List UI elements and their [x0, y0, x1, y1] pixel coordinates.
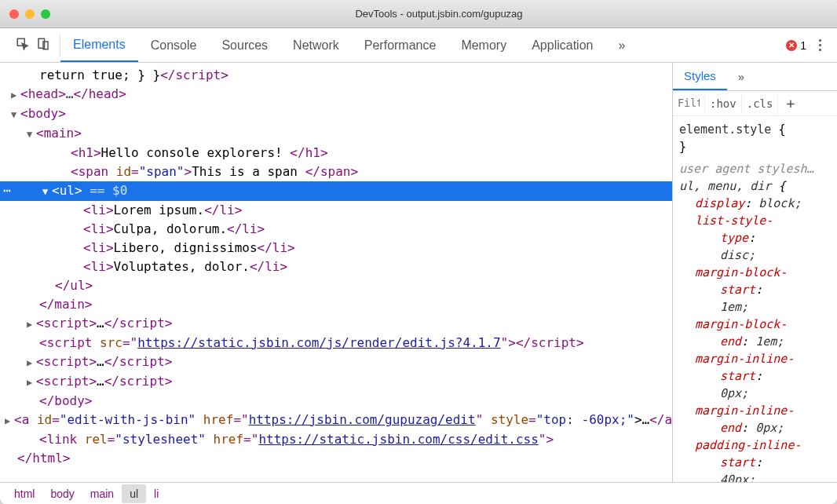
css-prop[interactable]: margin-block- — [679, 316, 831, 333]
tab-application[interactable]: Application — [519, 28, 605, 62]
css-prop-cont: disc; — [679, 247, 831, 264]
css-prop[interactable]: display: block; — [679, 195, 831, 212]
crumb-html[interactable]: html — [6, 484, 42, 503]
css-prop-cont: start: — [679, 454, 831, 471]
traffic-lights — [9, 9, 50, 19]
selected-gutter-icon: ⋯ — [3, 181, 11, 200]
dom-node-script[interactable]: <script>…</script> — [0, 352, 672, 372]
dom-node-li[interactable]: <li>Lorem ipsum.</li> — [0, 201, 672, 220]
dom-node-head[interactable]: <head>…</head> — [0, 85, 672, 104]
css-prop-cont: end: 0px; — [679, 419, 831, 436]
cls-toggle[interactable]: .cls — [741, 94, 778, 113]
crumb-main[interactable]: main — [82, 484, 122, 503]
dom-node-script[interactable]: <script>…</script> — [0, 314, 672, 334]
dom-node-script-src[interactable]: <script src="https://static.jsbin.com/js… — [0, 334, 672, 352]
error-badge[interactable]: ✕ 1 — [786, 39, 806, 52]
collapse-arrow-icon[interactable] — [27, 125, 36, 144]
styles-tabs-overflow-icon[interactable]: » — [727, 63, 752, 90]
expand-arrow-icon[interactable] — [11, 86, 20, 104]
rule-selector[interactable]: ul, menu, dir { — [679, 177, 831, 195]
expand-arrow-icon[interactable] — [27, 353, 36, 372]
css-prop-cont: 1em; — [679, 298, 831, 316]
crumb-li[interactable]: li — [146, 484, 166, 503]
styles-tabs: Styles » — [673, 63, 837, 91]
tab-sources[interactable]: Sources — [209, 28, 280, 62]
css-prop[interactable]: margin-block- — [679, 264, 831, 281]
collapse-arrow-icon[interactable] — [11, 105, 20, 124]
collapse-arrow-icon[interactable] — [42, 182, 52, 201]
hov-toggle[interactable]: :hov — [704, 94, 741, 113]
styles-panel: Styles » :hov .cls + element.style { } u… — [672, 63, 837, 482]
styles-toolbar: :hov .cls + — [673, 91, 837, 116]
css-prop[interactable]: list-style- — [679, 212, 831, 229]
styles-tab-styles[interactable]: Styles — [673, 63, 727, 90]
tab-network[interactable]: Network — [280, 28, 352, 62]
tab-console[interactable]: Console — [138, 28, 210, 62]
dom-node-body-close[interactable]: </body> — [0, 392, 672, 411]
close-window-button[interactable] — [9, 9, 19, 19]
device-toggle-icon[interactable] — [36, 37, 50, 53]
titlebar: DevTools - output.jsbin.com/gupuzag — [0, 0, 837, 28]
crumb-ul[interactable]: ul — [122, 484, 146, 503]
dom-node-h1[interactable]: <h1>Hello console explorers! </h1> — [0, 144, 672, 163]
minimize-window-button[interactable] — [25, 9, 35, 19]
dom-node-li[interactable]: <li>Voluptates, dolor.</li> — [0, 257, 672, 276]
tabs-overflow-icon[interactable]: » — [605, 28, 634, 62]
expand-arrow-icon[interactable] — [27, 373, 36, 392]
dom-node[interactable]: return true; } }</script> — [0, 66, 672, 85]
devtools-window: DevTools - output.jsbin.com/gupuzag Elem… — [0, 0, 837, 504]
more-menu-icon[interactable] — [816, 36, 824, 54]
css-prop[interactable]: margin-inline- — [679, 402, 831, 419]
ua-stylesheet-label: user agent stylesh… — [679, 160, 831, 177]
css-prop-cont: end: 1em; — [679, 333, 831, 350]
error-count: 1 — [800, 39, 806, 52]
dom-node-a[interactable]: <a id="edit-with-js-bin" href="https://j… — [0, 411, 672, 430]
css-prop-cont: 0px; — [679, 385, 831, 402]
dom-node-span[interactable]: <span id="span">This is a span </span> — [0, 163, 672, 181]
window-title: DevTools - output.jsbin.com/gupuzag — [50, 8, 828, 20]
css-prop-cont: 40px; — [679, 471, 831, 482]
expand-arrow-icon[interactable] — [5, 411, 14, 430]
dom-node-li[interactable]: <li>Libero, dignissimos</li> — [0, 239, 672, 257]
inspect-element-icon[interactable] — [16, 37, 30, 53]
dom-node-main[interactable]: <main> — [0, 124, 672, 144]
dom-node-html-close[interactable]: </html> — [0, 449, 672, 468]
expand-arrow-icon[interactable] — [27, 315, 36, 334]
dom-node-link[interactable]: <link rel="stylesheet" href="https://sta… — [0, 430, 672, 449]
css-prop-cont: start: — [679, 281, 831, 298]
toolbar: Elements Console Sources Network Perform… — [0, 28, 837, 63]
dom-node-ul-selected[interactable]: ⋯<ul> == $0 — [0, 181, 672, 201]
crumb-body[interactable]: body — [42, 484, 82, 503]
styles-filter-input[interactable] — [673, 94, 704, 112]
new-style-rule-button[interactable]: + — [777, 92, 802, 115]
dom-node-li[interactable]: <li>Culpa, dolorum.</li> — [0, 220, 672, 239]
maximize-window-button[interactable] — [41, 9, 50, 19]
css-prop-cont: start: — [679, 367, 831, 385]
tab-elements[interactable]: Elements — [60, 28, 138, 62]
rule-element-style-close: } — [679, 138, 831, 155]
panel-tabs: Elements Console Sources Network Perform… — [60, 28, 786, 62]
styles-rules[interactable]: element.style { } user agent stylesh… ul… — [673, 116, 837, 482]
dom-node-script[interactable]: <script>…</script> — [0, 372, 672, 392]
elements-panel[interactable]: return true; } }</script> <head>…</head>… — [0, 63, 672, 482]
rule-element-style[interactable]: element.style { — [679, 121, 831, 138]
error-icon: ✕ — [786, 40, 797, 51]
tab-performance[interactable]: Performance — [352, 28, 449, 62]
tab-memory[interactable]: Memory — [448, 28, 519, 62]
css-prop-cont: type: — [679, 229, 831, 247]
dom-node-ul-close[interactable]: </ul> — [0, 276, 672, 295]
css-prop[interactable]: margin-inline- — [679, 350, 831, 367]
dom-node-body[interactable]: <body> — [0, 104, 672, 124]
main-area: return true; } }</script> <head>…</head>… — [0, 63, 837, 482]
dom-node-main-close[interactable]: </main> — [0, 295, 672, 314]
breadcrumb: html body main ul li — [0, 482, 837, 504]
css-prop[interactable]: padding-inline- — [679, 436, 831, 454]
